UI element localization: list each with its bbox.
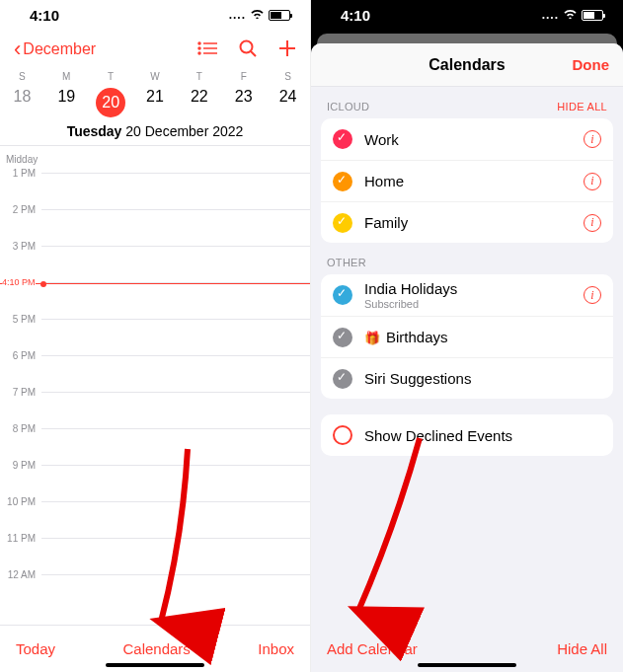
calendar-day-view: 4:10 .... ‹ December SMTWTFS 181920212	[0, 0, 311, 672]
svg-line-7	[251, 51, 256, 56]
declined-label: Show Declined Events	[364, 427, 601, 444]
svg-point-4	[198, 52, 200, 54]
wifi-icon	[563, 8, 578, 22]
calendar-row[interactable]: Familyi	[321, 201, 613, 243]
svg-point-2	[198, 47, 200, 49]
day-cell[interactable]: 21	[133, 88, 178, 117]
weekday-label: F	[221, 71, 266, 82]
weekday-labels: SMTWTFS	[0, 69, 310, 84]
hide-all-button[interactable]: Hide All	[557, 640, 607, 657]
date-line: Tuesday 20 December 2022	[0, 123, 310, 146]
inbox-button[interactable]: Inbox	[258, 640, 294, 657]
hour-row[interactable]: 9 PM	[0, 465, 310, 501]
checkmark-icon	[333, 369, 352, 389]
day-cell[interactable]: 18	[0, 88, 44, 117]
back-button[interactable]: ‹ December	[14, 38, 96, 60]
hour-label: 2 PM	[0, 204, 41, 215]
hour-row[interactable]: 10 PM	[0, 501, 310, 538]
day-cell[interactable]: 19	[44, 88, 89, 117]
status-right: ....	[229, 8, 290, 22]
calendar-label: Siri Suggestions	[364, 370, 601, 387]
checkmark-icon	[333, 213, 352, 233]
home-indicator[interactable]	[418, 663, 516, 667]
hour-row[interactable]: 7 PM	[0, 392, 310, 428]
add-icon[interactable]	[278, 39, 296, 60]
hour-row[interactable]: 3 PM	[0, 246, 310, 282]
weekday-label: S	[0, 71, 44, 82]
search-icon[interactable]	[239, 39, 257, 60]
calendar-label: Work	[364, 131, 584, 148]
chevron-left-icon: ‹	[14, 38, 21, 60]
hour-line	[41, 173, 310, 174]
weekday-label: T	[89, 71, 133, 82]
section-header: OTHER	[311, 243, 623, 274]
back-label: December	[23, 40, 96, 58]
home-indicator[interactable]	[106, 663, 204, 667]
day-cell[interactable]: 24	[266, 88, 310, 117]
hour-line	[41, 465, 310, 466]
hour-label: 12 AM	[0, 569, 41, 580]
calendar-row[interactable]: India HolidaysSubscribedi	[321, 274, 613, 316]
hour-row[interactable]: 12 AM	[0, 574, 310, 611]
calendars-sheet-view: 4:10 .... Calendars Done ICLOUDHIDE ALLW…	[311, 0, 623, 672]
now-time-label: 4:10 PM	[2, 277, 36, 287]
calendar-label: Home	[364, 173, 584, 189]
section-header: ICLOUDHIDE ALL	[311, 87, 623, 118]
wifi-icon	[250, 8, 265, 22]
status-time: 4:10	[341, 7, 370, 24]
calendar-label: India HolidaysSubscribed	[364, 280, 584, 310]
day-cell[interactable]: 23	[221, 88, 266, 117]
info-icon[interactable]: i	[584, 286, 601, 304]
status-bar: 4:10 ....	[311, 0, 623, 30]
timeline[interactable]: 1 PM2 PM3 PM4 PM5 PM6 PM7 PM8 PM9 PM10 P…	[0, 173, 310, 611]
calendar-row[interactable]: Homei	[321, 160, 613, 201]
hour-row[interactable]: 6 PM	[0, 355, 310, 392]
battery-icon	[582, 10, 603, 21]
hour-row[interactable]: 11 PM	[0, 538, 310, 574]
done-button[interactable]: Done	[573, 56, 610, 73]
info-icon[interactable]: i	[584, 214, 601, 232]
calendar-row[interactable]: 🎁Birthdays	[321, 316, 613, 357]
hour-row[interactable]: 4 PM	[0, 282, 310, 319]
hour-line	[41, 246, 310, 247]
calendar-sublabel: Subscribed	[364, 298, 584, 310]
calendars-button[interactable]: Calendars	[122, 640, 190, 657]
sheet-title: Calendars	[428, 56, 505, 74]
hour-line	[41, 501, 310, 502]
calendar-row[interactable]: Siri Suggestions	[321, 357, 613, 399]
svg-point-6	[241, 40, 253, 52]
section-title: ICLOUD	[327, 101, 369, 112]
info-icon[interactable]: i	[584, 130, 601, 148]
annotation-arrow	[341, 438, 429, 634]
add-calendar-button[interactable]: Add Calendar	[327, 640, 418, 657]
weekday-label: T	[177, 71, 221, 82]
calendar-row[interactable]: Worki	[321, 118, 613, 160]
today-button[interactable]: Today	[16, 640, 55, 657]
checkmark-icon	[333, 172, 352, 191]
weekday-label: S	[266, 71, 310, 82]
calendar-label: 🎁Birthdays	[364, 329, 601, 345]
section-title: OTHER	[327, 257, 366, 268]
sheet: Calendars Done ICLOUDHIDE ALLWorkiHomeiF…	[311, 43, 623, 672]
hide-all-link[interactable]: HIDE ALL	[557, 101, 607, 112]
info-icon[interactable]: i	[584, 173, 601, 190]
nav-bar: ‹ December	[0, 30, 310, 69]
show-declined-row[interactable]: Show Declined Events	[321, 414, 613, 456]
status-bar: 4:10 ....	[0, 0, 310, 30]
checkmark-icon	[333, 328, 352, 347]
list-icon[interactable]	[197, 41, 217, 58]
hour-row[interactable]: 2 PM	[0, 209, 310, 246]
hour-row[interactable]: 5 PM	[0, 319, 310, 355]
hour-line	[41, 355, 310, 356]
hour-label: 8 PM	[0, 423, 41, 434]
hour-line	[41, 574, 310, 575]
hour-line	[41, 428, 310, 429]
hour-label: 6 PM	[0, 350, 41, 361]
hour-label: 11 PM	[0, 533, 41, 544]
day-cell[interactable]: 20	[89, 88, 133, 117]
hour-row[interactable]: 1 PM	[0, 173, 310, 209]
midday-label: Midday	[0, 146, 310, 173]
hour-row[interactable]: 8 PM	[0, 428, 310, 465]
declined-card: Show Declined Events	[321, 414, 613, 456]
day-cell[interactable]: 22	[177, 88, 221, 117]
